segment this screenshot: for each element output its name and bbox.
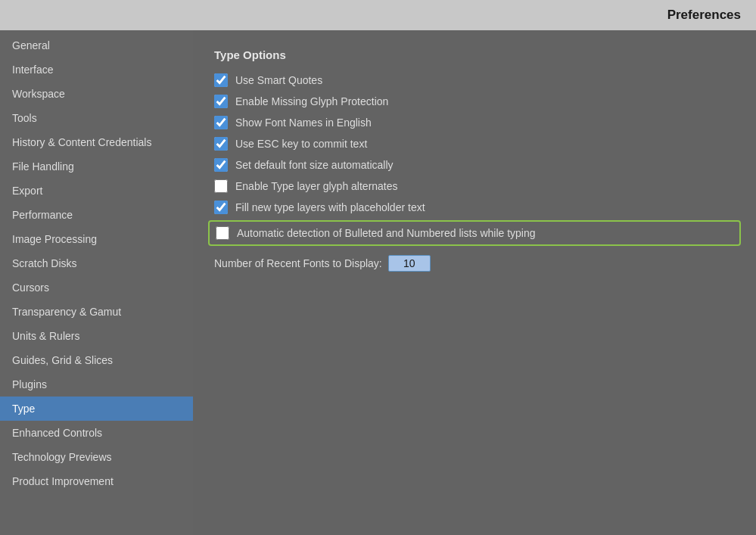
checkbox-placeholder-text[interactable]: [214, 201, 228, 214]
sidebar-item-enhanced-controls[interactable]: Enhanced Controls: [0, 421, 193, 445]
sidebar-item-guides-grid-slices[interactable]: Guides, Grid & Slices: [0, 348, 193, 372]
checkbox-wrapper-glyph-alternates: [214, 179, 228, 193]
main-layout: GeneralInterfaceWorkspaceToolsHistory & …: [0, 30, 756, 535]
recent-fonts-input[interactable]: [388, 255, 431, 272]
option-row-esc-commit: Use ESC key to commit text: [214, 137, 735, 151]
option-label-missing-glyph: Enable Missing Glyph Protection: [235, 95, 388, 107]
option-label-bulleted-lists: Automatic detection of Bulleted and Numb…: [237, 227, 536, 239]
sidebar-item-product-improvement[interactable]: Product Improvement: [0, 469, 193, 493]
sidebar-item-performance[interactable]: Performance: [0, 203, 193, 227]
checkbox-wrapper-font-names-english: [214, 116, 228, 129]
checkbox-font-names-english[interactable]: [214, 116, 228, 129]
option-row-font-names-english: Show Font Names in English: [214, 116, 735, 129]
checkbox-wrapper-esc-commit: [214, 137, 228, 151]
checkbox-wrapper-missing-glyph: [214, 95, 228, 108]
option-label-glyph-alternates: Enable Type layer glyph alternates: [235, 180, 398, 192]
sidebar-item-tools[interactable]: Tools: [0, 106, 193, 130]
checkbox-wrapper-default-font-size: [214, 158, 228, 172]
sidebar-item-interface[interactable]: Interface: [0, 58, 193, 82]
option-label-smart-quotes: Use Smart Quotes: [235, 74, 322, 86]
sidebar-item-transparency-gamut[interactable]: Transparency & Gamut: [0, 300, 193, 324]
checkbox-wrapper-smart-quotes: [214, 73, 228, 87]
checkbox-esc-commit[interactable]: [214, 137, 228, 151]
recent-fonts-label: Number of Recent Fonts to Display:: [214, 257, 382, 269]
checkbox-missing-glyph[interactable]: [214, 95, 228, 108]
sidebar-item-scratch-disks[interactable]: Scratch Disks: [0, 251, 193, 275]
option-label-esc-commit: Use ESC key to commit text: [235, 138, 367, 150]
title-bar: Preferences: [0, 0, 756, 30]
checkbox-smart-quotes[interactable]: [214, 73, 228, 87]
option-row-missing-glyph: Enable Missing Glyph Protection: [214, 95, 735, 108]
sidebar-item-cursors[interactable]: Cursors: [0, 275, 193, 300]
option-row-default-font-size: Set default font size automatically: [214, 158, 735, 172]
content-area: Type Options Use Smart QuotesEnable Miss…: [193, 30, 756, 535]
checkbox-glyph-alternates[interactable]: [214, 179, 228, 193]
sidebar-item-image-processing[interactable]: Image Processing: [0, 227, 193, 251]
sidebar-item-workspace[interactable]: Workspace: [0, 82, 193, 106]
checkbox-default-font-size[interactable]: [214, 158, 228, 172]
sidebar-item-file-handling[interactable]: File Handling: [0, 154, 193, 179]
option-label-font-names-english: Show Font Names in English: [235, 117, 372, 129]
checkbox-wrapper-bulleted-lists: [216, 226, 229, 240]
option-row-bulleted-lists: Automatic detection of Bulleted and Numb…: [208, 220, 741, 246]
sidebar-item-history-content-credentials[interactable]: History & Content Credentials: [0, 130, 193, 154]
sidebar-item-technology-previews[interactable]: Technology Previews: [0, 445, 193, 469]
option-label-placeholder-text: Fill new type layers with placeholder te…: [235, 201, 425, 213]
options-group: Use Smart QuotesEnable Missing Glyph Pro…: [214, 73, 735, 244]
sidebar-item-units-rulers[interactable]: Units & Rulers: [0, 324, 193, 348]
sidebar-item-plugins[interactable]: Plugins: [0, 372, 193, 397]
section-title: Type Options: [214, 48, 735, 61]
sidebar-item-general[interactable]: General: [0, 33, 193, 58]
option-label-default-font-size: Set default font size automatically: [235, 159, 394, 171]
sidebar-item-type[interactable]: Type: [0, 397, 193, 421]
recent-fonts-row: Number of Recent Fonts to Display:: [214, 255, 735, 272]
checkbox-wrapper-placeholder-text: [214, 201, 228, 214]
checkbox-bulleted-lists[interactable]: [216, 226, 229, 240]
sidebar-item-export[interactable]: Export: [0, 179, 193, 203]
option-row-placeholder-text: Fill new type layers with placeholder te…: [214, 201, 735, 214]
window-title: Preferences: [667, 8, 741, 23]
option-row-glyph-alternates: Enable Type layer glyph alternates: [214, 179, 735, 193]
option-row-smart-quotes: Use Smart Quotes: [214, 73, 735, 87]
sidebar: GeneralInterfaceWorkspaceToolsHistory & …: [0, 30, 193, 535]
